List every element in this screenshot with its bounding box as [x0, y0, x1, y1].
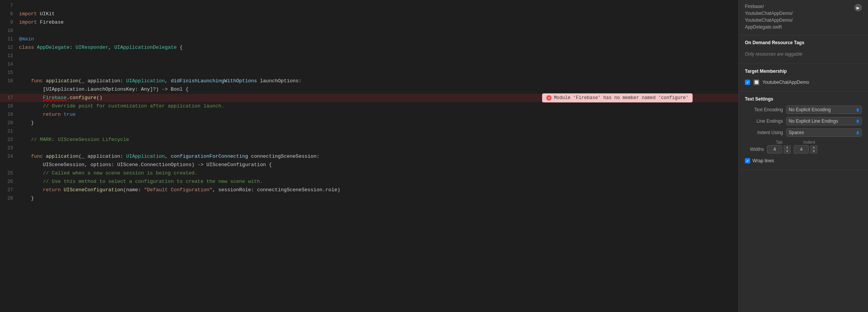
code-line: 12class AppDelegate: UIResponder, UIAppl… — [0, 43, 738, 52]
line-number: 28 — [0, 196, 19, 201]
code-line: 24 func application(_ application: UIApp… — [0, 152, 738, 161]
line-number: 9 — [0, 20, 19, 25]
line-content: // MARK: UISceneSession Lifecycle — [19, 136, 738, 144]
line-number: 18 — [0, 104, 19, 109]
tab-column-label: Tab — [768, 140, 791, 144]
line-content: @main — [19, 35, 738, 43]
tab-stepper-down[interactable]: ▼ — [784, 150, 791, 154]
indent-using-row: Indent Using Spaces — [745, 128, 862, 137]
line-content: [UIApplication.LaunchOptionsKey: Any]?) … — [19, 85, 738, 94]
right-panel: Firebase/YoutubeChatAppDemo/YoutubeChatA… — [738, 0, 868, 312]
line-number: 17 — [0, 95, 19, 101]
code-line: 15 — [0, 69, 738, 77]
line-number: 14 — [0, 62, 19, 67]
line-endings-select[interactable]: No Explicit Line Endings — [786, 117, 862, 125]
code-line: 19 return true — [0, 110, 738, 119]
wrap-lines-checkbox[interactable] — [745, 158, 750, 163]
code-line: 10 — [0, 27, 738, 35]
line-number: 25 — [0, 171, 19, 176]
code-line: 16 func application(_ application: UIApp… — [0, 77, 738, 85]
indent-using-value: Spaces — [789, 130, 804, 135]
line-content: class AppDelegate: UIResponder, UIApplic… — [19, 43, 738, 52]
line-number: 22 — [0, 137, 19, 142]
error-tooltip: ✕Module 'Firebase' has no member named '… — [542, 93, 693, 102]
line-content: } — [19, 194, 738, 203]
target-membership-title: Target Membership — [745, 69, 862, 74]
line-content: } — [19, 119, 738, 127]
error-icon: ✕ — [546, 95, 552, 101]
tab-width-group: 4 ▲ ▼ — [767, 145, 791, 154]
text-settings-section: Text Settings Text Encoding No Explicit … — [739, 92, 868, 170]
line-number: 12 — [0, 45, 19, 50]
code-line: 21 — [0, 127, 738, 136]
code-line: 20 } — [0, 119, 738, 127]
code-line: 25 // Called when a new scene session is… — [0, 169, 738, 178]
target-membership-checkbox[interactable] — [745, 80, 750, 85]
line-number: 27 — [0, 187, 19, 193]
line-content: import Firebase — [19, 18, 738, 27]
line-number: 19 — [0, 112, 19, 117]
code-line: 8import UIKit — [0, 10, 738, 18]
code-line: 22 // MARK: UISceneSession Lifecycle — [0, 136, 738, 144]
text-encoding-select[interactable]: No Explicit Encoding — [786, 106, 862, 114]
line-number: 15 — [0, 70, 19, 75]
widths-label: Widths — [745, 147, 764, 152]
error-message: Module 'Firebase' has no member named 'c… — [554, 95, 688, 101]
wrap-lines-label: Wrap lines — [752, 158, 774, 163]
tab-stepper-up[interactable]: ▲ — [784, 146, 791, 149]
line-content: // Use this method to select a configura… — [19, 178, 738, 186]
line-endings-value: No Explicit Line Endings — [789, 118, 838, 124]
line-number: 13 — [0, 53, 19, 59]
code-line: 7 — [0, 2, 738, 10]
line-endings-label: Line Endings — [745, 118, 783, 124]
line-number: 10 — [0, 28, 19, 34]
code-line: 27 return UISceneConfiguration(name: "De… — [0, 186, 738, 194]
indent-width-group: 4 ▲ ▼ — [794, 145, 817, 154]
resource-tags-placeholder: Only resources are taggable — [745, 49, 862, 59]
text-encoding-value: No Explicit Encoding — [789, 107, 831, 112]
line-number: 24 — [0, 154, 19, 159]
indent-using-arrow — [856, 131, 859, 135]
text-encoding-label: Text Encoding — [745, 107, 783, 112]
text-encoding-row: Text Encoding No Explicit Encoding — [745, 106, 862, 114]
line-number: 11 — [0, 37, 19, 42]
code-line: 11@main — [0, 35, 738, 43]
line-number: 20 — [0, 120, 19, 126]
code-line: 17 Firebase.configure()✕Module 'Firebase… — [0, 94, 738, 102]
text-encoding-arrow — [856, 108, 859, 112]
file-path-section: Firebase/YoutubeChatAppDemo/YoutubeChatA… — [739, 0, 868, 35]
on-demand-resource-tags-title: On Demand Resource Tags — [745, 40, 862, 45]
tab-indent-labels: Tab Indent — [768, 140, 862, 144]
widths-row: Widths 4 ▲ ▼ 4 ▲ ▼ — [745, 145, 862, 154]
line-number: 16 — [0, 78, 19, 84]
line-content: return UISceneConfiguration(name: "Defau… — [19, 186, 738, 194]
line-number: 23 — [0, 146, 19, 151]
file-path-arrow[interactable]: ▶ — [854, 4, 862, 11]
line-number: 26 — [0, 179, 19, 184]
line-endings-row: Line Endings No Explicit Line Endings — [745, 117, 862, 125]
indent-width-input[interactable]: 4 — [794, 145, 809, 154]
indent-stepper[interactable]: ▲ ▼ — [810, 146, 817, 154]
line-content: func application(_ application: UIApplic… — [19, 77, 738, 85]
indent-stepper-down[interactable]: ▼ — [810, 150, 817, 154]
tab-width-input[interactable]: 4 — [767, 145, 782, 154]
code-line: 23 — [0, 144, 738, 152]
wrap-lines-row[interactable]: Wrap lines — [745, 157, 862, 165]
code-line: 9import Firebase — [0, 18, 738, 27]
code-line: 28 } — [0, 194, 738, 203]
code-line: 13 — [0, 52, 738, 60]
line-content: // Called when a new scene session is be… — [19, 169, 738, 178]
indent-stepper-up[interactable]: ▲ — [810, 146, 817, 149]
file-path-text: Firebase/YoutubeChatAppDemo/YoutubeChatA… — [745, 3, 793, 30]
code-editor[interactable]: 78import UIKit9import Firebase1011@main1… — [0, 0, 738, 312]
tab-stepper[interactable]: ▲ ▼ — [784, 146, 791, 154]
code-line: 18 // Override point for customization a… — [0, 102, 738, 110]
indent-using-label: Indent Using — [745, 130, 783, 135]
target-icon: ⬜ — [753, 79, 759, 85]
target-name: YoutubeChatAppDemo — [762, 80, 809, 85]
target-membership-section: Target Membership ⬜ YoutubeChatAppDemo — [739, 64, 868, 92]
indent-using-select[interactable]: Spaces — [786, 128, 862, 137]
line-number: 21 — [0, 129, 19, 134]
line-content: import UIKit — [19, 10, 738, 18]
target-membership-item[interactable]: ⬜ YoutubeChatAppDemo — [745, 78, 862, 87]
